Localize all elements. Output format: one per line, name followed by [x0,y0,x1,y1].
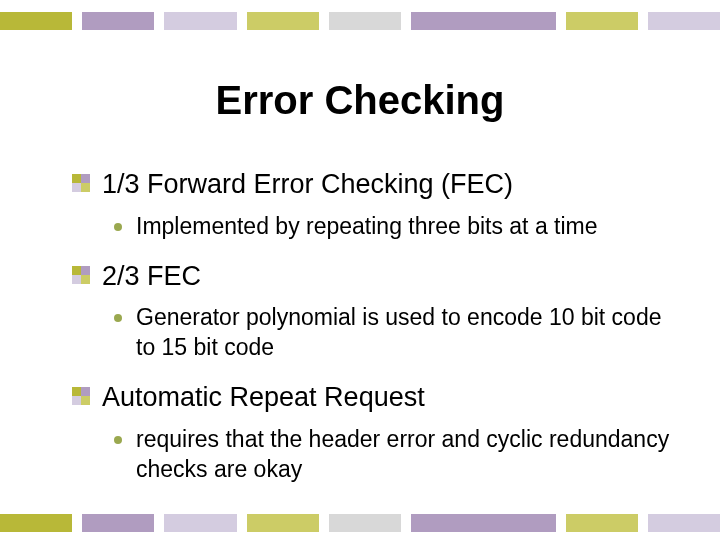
bullet-level1: 2/3 FEC [72,260,680,294]
top-border-strip [0,12,720,30]
sub-bullet-text: requires that the header error and cycli… [136,425,676,485]
slide-title: Error Checking [0,78,720,123]
bullet-level2: Generator polynomial is used to encode 1… [114,303,680,363]
slide-content: 1/3 Forward Error Checking (FEC) Impleme… [72,168,680,503]
dot-bullet-icon [114,223,122,231]
bullet-level2: requires that the header error and cycli… [114,425,680,485]
bullet-text: 1/3 Forward Error Checking (FEC) [102,168,513,202]
sub-bullet-text: Generator polynomial is used to encode 1… [136,303,676,363]
dot-bullet-icon [114,314,122,322]
dot-bullet-icon [114,436,122,444]
bullet-level1: 1/3 Forward Error Checking (FEC) [72,168,680,202]
square-bullet-icon [72,174,90,192]
bullet-text: 2/3 FEC [102,260,201,294]
bullet-text: Automatic Repeat Request [102,381,425,415]
bullet-level1: Automatic Repeat Request [72,381,680,415]
sub-bullet-text: Implemented by repeating three bits at a… [136,212,598,242]
bottom-border-strip [0,514,720,532]
square-bullet-icon [72,387,90,405]
square-bullet-icon [72,266,90,284]
bullet-level2: Implemented by repeating three bits at a… [114,212,680,242]
